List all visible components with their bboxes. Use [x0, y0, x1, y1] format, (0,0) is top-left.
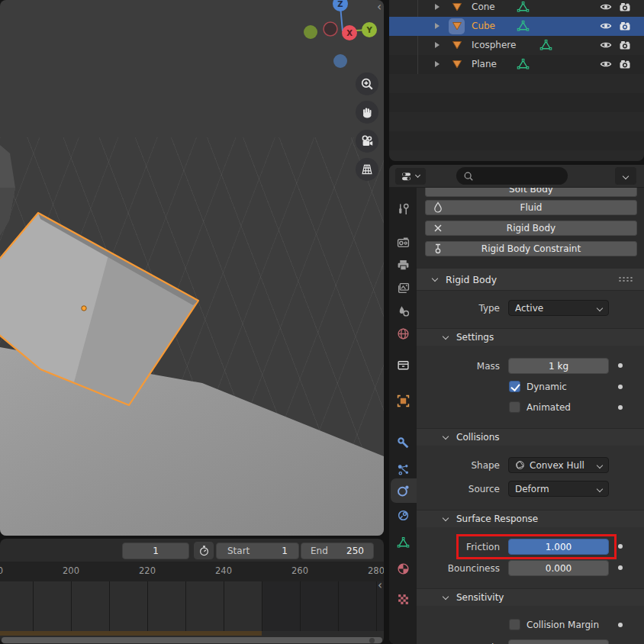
timeline-ruler[interactable]: 180 200 220 240 260 280 — [0, 562, 384, 581]
chevron-down-icon — [597, 486, 603, 492]
animate-dot[interactable] — [618, 544, 623, 549]
hide-viewport-eye-icon[interactable] — [600, 39, 612, 51]
object-name[interactable]: Cone — [472, 0, 495, 17]
camera-view-icon — [360, 134, 374, 148]
gizmo-x-label: X — [346, 29, 353, 37]
outliner-row-icosphere[interactable]: Icosphere — [389, 36, 644, 55]
shape-label: Shape — [397, 460, 500, 471]
expand-arrow-icon[interactable] — [435, 23, 440, 29]
outliner-row-cone[interactable]: Cone — [389, 0, 644, 17]
gizmo-minus-y-ball[interactable] — [304, 25, 317, 39]
rigid-body-button[interactable]: Rigid Body — [425, 221, 637, 236]
expand-arrow-icon[interactable] — [435, 4, 440, 10]
source-label: Source — [397, 484, 500, 494]
gizmo-minus-z-ball[interactable] — [333, 54, 347, 68]
object-name[interactable]: Plane — [472, 55, 497, 74]
gizmo-minus-x-ball[interactable] — [324, 22, 337, 36]
outliner-editor[interactable]: Cone Cube — [389, 0, 644, 161]
search-input[interactable] — [456, 167, 568, 185]
expand-arrow-icon[interactable] — [435, 61, 440, 67]
properties-options-button[interactable] — [615, 167, 636, 185]
disable-render-camera-icon[interactable] — [619, 58, 631, 70]
navigation-gizmo[interactable]: Z X Y — [304, 0, 377, 68]
current-frame-field[interactable]: 1 — [122, 543, 189, 559]
tab-render[interactable] — [396, 235, 410, 249]
3d-viewport[interactable]: Z X Y — [0, 0, 384, 536]
collisions-subpanel-header[interactable]: Collisions — [417, 428, 644, 446]
frame-start-field[interactable]: Start 1 — [216, 543, 299, 559]
rigid-body-panel-header[interactable]: Rigid Body — [417, 269, 644, 291]
editor-type-button[interactable] — [395, 168, 426, 185]
tab-world[interactable] — [396, 327, 410, 340]
hide-viewport-eye-icon[interactable] — [600, 1, 612, 13]
timeline-collapse-arrow[interactable]: ‹ — [378, 580, 382, 591]
tab-view-layer[interactable] — [396, 281, 410, 295]
collapse-chevron-icon[interactable] — [443, 594, 449, 600]
collision-margin-checkbox[interactable] — [509, 619, 520, 630]
mass-field[interactable]: 1 kg — [508, 358, 609, 374]
hide-viewport-eye-icon[interactable] — [600, 20, 612, 32]
fluid-button[interactable]: Fluid — [425, 200, 637, 215]
soft-body-label: Soft Body — [509, 188, 553, 195]
subpanel-title: Collisions — [456, 432, 500, 443]
margin-field[interactable]: 0.04 m — [508, 639, 609, 644]
animate-dot[interactable] — [618, 623, 623, 627]
tab-object[interactable] — [396, 394, 410, 407]
timeline-scrollbar[interactable] — [2, 637, 382, 643]
surface-response-subpanel-header[interactable]: Surface Response — [417, 510, 644, 527]
ortho-grid-button[interactable] — [356, 158, 378, 181]
sensitivity-subpanel-header[interactable]: Sensitivity — [417, 588, 644, 606]
disable-render-camera-icon[interactable] — [619, 1, 631, 13]
animate-dot[interactable] — [618, 363, 623, 368]
shape-dropdown[interactable]: Convex Hull — [508, 457, 609, 473]
source-dropdown[interactable]: Deform — [508, 481, 609, 497]
animate-dot[interactable] — [618, 565, 623, 570]
outliner-row-cube[interactable]: Cube — [389, 17, 644, 36]
animate-dot[interactable] — [618, 385, 623, 389]
sidebar-collapse-arrow[interactable]: ‹ — [377, 2, 382, 12]
tab-output[interactable] — [396, 258, 410, 272]
collapse-chevron-icon[interactable] — [443, 433, 449, 440]
animated-checkbox[interactable] — [509, 401, 520, 413]
pan-button[interactable] — [356, 101, 378, 124]
expand-arrow-icon[interactable] — [435, 42, 440, 48]
rigid-body-constraint-button[interactable]: Rigid Body Constraint — [425, 241, 637, 256]
disable-render-camera-icon[interactable] — [619, 39, 631, 51]
properties-tab-strip — [389, 188, 417, 644]
dynamic-checkbox[interactable] — [509, 381, 520, 392]
zoom-button[interactable] — [356, 72, 378, 95]
mesh-data-icon — [539, 39, 552, 52]
animate-dot[interactable] — [618, 405, 623, 410]
collapse-chevron-icon[interactable] — [443, 515, 449, 521]
bounciness-slider[interactable]: 0.000 — [508, 560, 609, 576]
collapse-chevron-icon[interactable] — [443, 333, 449, 340]
collapse-chevron-icon[interactable] — [432, 275, 438, 282]
frame-end-field[interactable]: End 250 — [301, 543, 374, 559]
object-name[interactable]: Cube — [472, 17, 495, 36]
frame-end-value: 250 — [346, 546, 364, 556]
timeline-scrollbar-handle[interactable] — [369, 638, 375, 643]
type-label: Type — [397, 303, 500, 314]
mass-value: 1 kg — [549, 361, 568, 372]
outliner-row-plane[interactable]: Plane — [389, 55, 644, 74]
disable-render-camera-icon[interactable] — [619, 20, 631, 32]
viewport-scene: Z X Y — [0, 0, 384, 536]
pan-hand-icon — [360, 105, 374, 119]
hide-viewport-eye-icon[interactable] — [600, 58, 612, 70]
tab-constraints[interactable] — [396, 508, 410, 522]
type-dropdown[interactable]: Active — [508, 300, 609, 316]
soft-body-button[interactable]: Soft Body — [425, 188, 637, 197]
camera-view-button[interactable] — [356, 130, 378, 153]
object-name[interactable]: Icosphere — [472, 36, 516, 55]
tab-tool[interactable] — [396, 202, 410, 216]
tab-modifiers[interactable] — [396, 436, 410, 449]
background-object[interactable] — [0, 145, 15, 236]
timeline-editor[interactable]: 1 Start 1 End 250 180 200 220 240 260 28… — [0, 539, 384, 644]
search-icon — [463, 171, 474, 182]
tab-texture[interactable] — [396, 592, 410, 606]
soft-body-button-clipped[interactable]: Soft Body — [425, 188, 637, 198]
shape-value: Convex Hull — [530, 460, 584, 471]
settings-subpanel-header[interactable]: Settings — [417, 328, 644, 346]
panel-drag-handle-icon[interactable] — [618, 276, 633, 282]
auto-keying-button[interactable] — [194, 542, 214, 559]
